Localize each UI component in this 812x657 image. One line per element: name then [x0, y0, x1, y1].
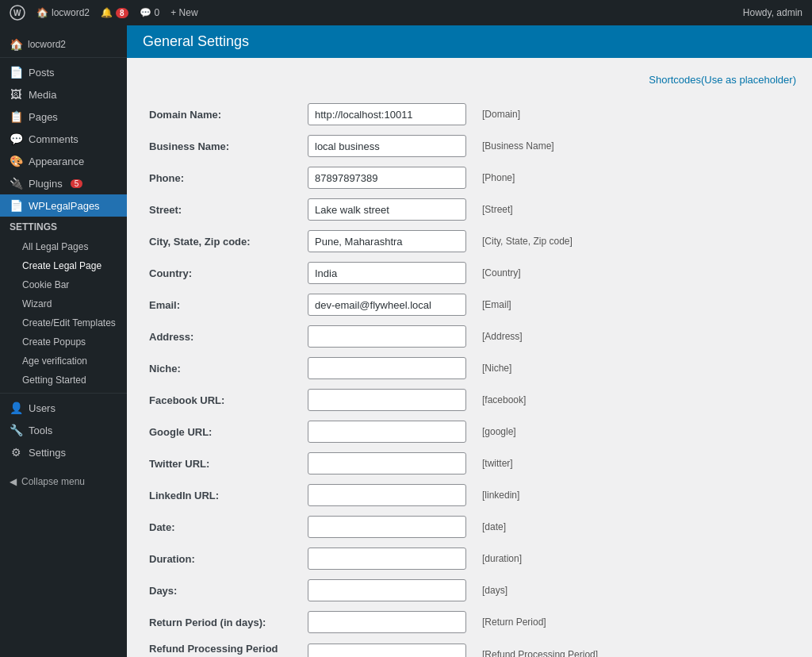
input-field-6[interactable]: [308, 294, 466, 316]
input-field-0[interactable]: [308, 103, 466, 125]
input-field-11[interactable]: [308, 452, 466, 474]
shortcode-3: [Street]: [473, 194, 796, 225]
input-field-14[interactable]: [308, 548, 466, 570]
wplegal-icon: 📄: [10, 199, 22, 212]
form-row: Return Period (in days):[Return Period]: [143, 606, 796, 638]
howdy-bar[interactable]: Howdy, admin: [743, 7, 802, 18]
main-content: General Settings Shortcodes(Use as place…: [127, 25, 812, 657]
sidebar-item-tools[interactable]: 🔧 Tools: [0, 419, 127, 441]
submenu-wizard[interactable]: Wizard: [0, 294, 127, 313]
settings-label: Settings: [0, 217, 127, 237]
shortcode-6: [Email]: [473, 289, 796, 321]
site-name-bar[interactable]: 🏠 locword2: [36, 7, 90, 18]
form-row: City, State, Zip code:[City, State, Zip …: [143, 225, 796, 257]
form-row: Street:[Street]: [143, 194, 796, 225]
label-10: Google URL:: [143, 416, 301, 448]
form-row: Phone:[Phone]: [143, 162, 796, 194]
input-field-5[interactable]: [308, 262, 466, 284]
shortcode-14: [duration]: [473, 543, 796, 574]
shortcode-16: [Return Period]: [473, 606, 796, 638]
shortcodes-link[interactable]: Shortcodes(Use as placeholder): [143, 74, 796, 86]
submenu-cookie-bar[interactable]: Cookie Bar: [0, 275, 127, 294]
submenu-getting-started[interactable]: Getting Started: [0, 371, 127, 390]
posts-icon: 📄: [10, 66, 22, 79]
input-field-9[interactable]: [308, 389, 466, 411]
input-field-16[interactable]: [308, 611, 466, 633]
label-3: Street:: [143, 194, 301, 225]
sidebar-item-plugins[interactable]: 🔌 Plugins 5: [0, 172, 127, 194]
shortcode-9: [facebook]: [473, 384, 796, 416]
input-field-12[interactable]: [308, 484, 466, 506]
wp-logo-icon[interactable]: W: [10, 5, 25, 21]
shortcode-10: [google]: [473, 416, 796, 448]
input-field-17[interactable]: [308, 644, 466, 657]
label-4: City, State, Zip code:: [143, 225, 301, 257]
sidebar-item-comments[interactable]: 💬 Comments: [0, 128, 127, 150]
sidebar-item-media[interactable]: 🖼 Media: [0, 83, 127, 106]
label-17: Refund Processing Period (in days):: [143, 638, 301, 657]
admin-bar: W 🏠 locword2 🔔 8 💬 0 + New Howdy, admin: [0, 0, 812, 25]
shortcode-0: [Domain]: [473, 98, 796, 130]
label-2: Phone:: [143, 162, 301, 194]
label-1: Business Name:: [143, 130, 301, 162]
sidebar-item-settings[interactable]: ⚙ Settings: [0, 441, 127, 463]
collapse-menu-button[interactable]: ◀ Collapse menu: [0, 470, 127, 494]
svg-text:W: W: [13, 9, 21, 17]
new-content-bar[interactable]: + New: [170, 7, 197, 18]
form-row: Email:[Email]: [143, 289, 796, 321]
plugins-icon: 🔌: [10, 177, 22, 190]
input-field-3[interactable]: [308, 198, 466, 221]
settings-icon: ⚙: [10, 446, 22, 459]
form-row: LinkedIn URL:[linkedin]: [143, 479, 796, 511]
input-field-7[interactable]: [308, 325, 466, 348]
form-row: Facebook URL:[facebook]: [143, 384, 796, 416]
input-field-4[interactable]: [308, 230, 466, 252]
sidebar-item-pages[interactable]: 📋 Pages: [0, 106, 127, 128]
shortcode-4: [City, State, Zip code]: [473, 225, 796, 257]
label-14: Duration:: [143, 543, 301, 574]
form-row: Domain Name:[Domain]: [143, 98, 796, 130]
users-icon: 👤: [10, 402, 22, 414]
form-row: Twitter URL:[twitter]: [143, 448, 796, 479]
sidebar-item-users[interactable]: 👤 Users: [0, 397, 127, 419]
input-field-13[interactable]: [308, 516, 466, 538]
submenu-create-popups[interactable]: Create Popups: [0, 332, 127, 352]
input-field-15[interactable]: [308, 579, 466, 601]
shortcode-1: [Business Name]: [473, 130, 796, 162]
shortcode-12: [linkedin]: [473, 479, 796, 511]
submenu-create-legal[interactable]: Create Legal Page: [0, 256, 127, 275]
shortcode-13: [date]: [473, 511, 796, 543]
form-row: Business Name:[Business Name]: [143, 130, 796, 162]
input-field-1[interactable]: [308, 135, 466, 157]
label-8: Niche:: [143, 352, 301, 384]
appearance-icon: 🎨: [10, 155, 22, 167]
form-row: Duration:[duration]: [143, 543, 796, 574]
form-row: Refund Processing Period (in days):[Refu…: [143, 638, 796, 657]
shortcode-5: [Country]: [473, 257, 796, 289]
comments-bar[interactable]: 💬 0: [140, 7, 160, 18]
sidebar-site-name: 🏠 locword2: [0, 32, 127, 58]
label-7: Address:: [143, 321, 301, 352]
sidebar-item-wplegal[interactable]: 📄 WPLegalPages: [0, 194, 127, 217]
pages-icon: 📋: [10, 110, 22, 123]
input-field-8[interactable]: [308, 357, 466, 379]
shortcode-15: [days]: [473, 574, 796, 606]
submenu-create-edit[interactable]: Create/Edit Templates: [0, 313, 127, 332]
form-row: Niche:[Niche]: [143, 352, 796, 384]
media-icon: 🖼: [10, 88, 22, 101]
submenu-age-verification[interactable]: Age verification: [0, 352, 127, 371]
notifications-bar[interactable]: 🔔 8: [101, 7, 128, 18]
submenu: All Legal Pages Create Legal Page Cookie…: [0, 237, 127, 390]
shortcode-8: [Niche]: [473, 352, 796, 384]
input-field-2[interactable]: [308, 167, 466, 189]
submenu-all-legal[interactable]: All Legal Pages: [0, 237, 127, 256]
label-11: Twitter URL:: [143, 448, 301, 479]
label-12: LinkedIn URL:: [143, 479, 301, 511]
label-9: Facebook URL:: [143, 384, 301, 416]
sidebar-item-appearance[interactable]: 🎨 Appearance: [0, 150, 127, 172]
input-field-10[interactable]: [308, 421, 466, 443]
label-5: Country:: [143, 257, 301, 289]
form-row: Date:[date]: [143, 511, 796, 543]
sidebar-item-posts[interactable]: 📄 Posts: [0, 61, 127, 83]
label-6: Email:: [143, 289, 301, 321]
